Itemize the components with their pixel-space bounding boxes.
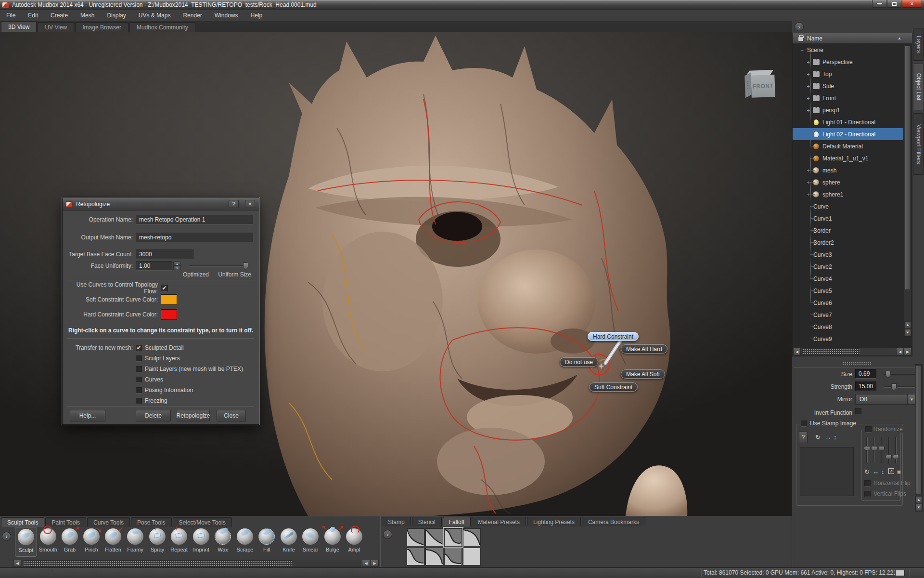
scrollbar-thumb[interactable] [916,365,922,494]
tool-sculpt[interactable]: Sculpt [15,527,37,557]
scroll-left-button[interactable]: ◀ [793,348,801,355]
flip-horizontal-icon[interactable]: ↔ [825,434,831,441]
expand-icon[interactable]: + [805,180,811,185]
slider-handle[interactable] [243,263,248,269]
scrollbar-thumb[interactable] [23,560,292,566]
tree-item-curve6[interactable]: Curve6 [793,297,903,309]
tree-item-light-02-selected[interactable]: Light 02 - Directional [793,128,903,140]
tree-item-curve9[interactable]: Curve9 [793,333,903,345]
panel-resize-grip[interactable] [843,361,872,365]
tab-lighting-presets[interactable]: Lighting Presets [527,517,581,526]
paint-layers-checkbox[interactable] [136,366,142,372]
scale-box-icon[interactable]: ↗ [888,468,894,474]
tab-3d-view[interactable]: 3D View [1,21,37,32]
tree-item-material-1-u1-v1[interactable]: Material_1_u1_v1 [793,152,903,164]
menu-mesh[interactable]: Mesh [74,10,101,21]
scroll-down-button[interactable]: ▼ [904,329,911,336]
square-icon[interactable]: ■ [897,468,901,475]
properties-scrollbar[interactable]: ▲ ▼ [915,364,923,512]
falloff-preset-4[interactable] [463,528,481,546]
randomize-slider-2[interactable] [873,437,875,463]
sort-up-icon[interactable]: ▲ [898,36,901,40]
tree-item-curve1[interactable]: Curve1 [793,212,903,224]
menu-display[interactable]: Display [101,10,132,21]
falloff-preset-7[interactable] [444,548,462,565]
side-tab-viewport-filters[interactable]: Viewport Filters [913,113,924,175]
tree-item-mesh[interactable]: +mesh [793,164,903,176]
tool-tray-expand-button[interactable]: › [2,532,11,541]
randomize-checkbox[interactable] [865,426,872,433]
randomize-slider-3[interactable] [881,437,882,463]
tree-item-sphere[interactable]: +sphere [793,176,903,188]
tree-item-side[interactable]: +Side [793,80,903,92]
tool-smear[interactable]: Smear [299,527,321,557]
tree-vertical-scrollbar[interactable]: ▲ ▼ [904,44,911,337]
restore-button[interactable] [887,0,901,8]
tree-item-border2[interactable]: Border2 [793,236,903,249]
randomize-slider-5[interactable] [895,437,897,463]
scroll-up-button[interactable]: ▲ [915,496,922,503]
menu-help[interactable]: Help [244,10,269,21]
tab-stamp[interactable]: Stamp [382,517,411,526]
tool-knife[interactable]: Knife [278,527,300,557]
falloff-preset-6[interactable] [425,548,443,565]
scrollbar-thumb[interactable] [802,348,860,355]
face-uniformity-slider[interactable] [189,265,247,267]
face-count-input[interactable] [136,250,193,259]
side-tab-object-list[interactable]: Object List [913,64,924,110]
tab-stencil[interactable]: Stencil [412,517,442,526]
scroll-right-button[interactable]: ▶ [371,560,379,567]
slider-handle[interactable] [886,371,891,378]
sculpted-detail-checkbox[interactable]: ✔ [136,345,142,351]
tree-item-curve4[interactable]: Curve4 [793,273,903,285]
falloff-preset-8[interactable] [463,548,481,565]
menu-edit[interactable]: Edit [22,10,44,21]
falloff-preset-1[interactable] [407,528,424,546]
freezing-checkbox[interactable] [136,398,142,404]
close-dialog-button[interactable]: Close [217,410,246,421]
mirror-dropdown[interactable]: Off ▼ [855,394,916,405]
retopologize-button[interactable]: Retopologize [177,410,210,421]
menu-uvs-maps[interactable]: UVs & Maps [132,10,177,21]
flip-vertical-icon[interactable]: ↕ [834,434,837,441]
scroll-left-button-2[interactable]: ◀ [896,348,904,355]
status-color-swatch[interactable] [895,570,905,576]
marking-menu-make-all-hard[interactable]: Make All Hard [621,344,667,354]
tree-item-light-01[interactable]: Light 01 - Directional [793,116,903,128]
size-input[interactable] [855,369,876,379]
strength-input[interactable] [855,381,876,391]
rotate-icon[interactable]: ↻ [864,468,870,475]
tree-item-curve8[interactable]: Curve8 [793,321,903,333]
tree-item-curve[interactable]: Curve [793,200,903,212]
falloff-preset-3-selected[interactable] [444,528,462,546]
tool-scrape[interactable]: Scrape [234,527,256,557]
scroll-left-button[interactable]: ◀ [13,560,21,567]
preset-tray-expand-button[interactable]: › [383,530,392,539]
spinner-up-icon[interactable]: ▲ [173,262,181,266]
tab-uv-view[interactable]: UV View [38,22,74,32]
tool-repeat[interactable]: ↑Repeat [168,527,190,557]
tree-header[interactable]: Name ▲ [793,33,912,44]
tab-select-move-tools[interactable]: Select/Move Tools [173,517,232,527]
dialog-close-button[interactable]: × [245,200,255,208]
marking-menu-hard-constraint[interactable]: Hard Constraint [588,332,639,341]
tab-mudbox-community[interactable]: Mudbox Community [129,22,195,32]
expand-icon[interactable]: + [805,59,811,65]
hard-constraint-color-swatch[interactable] [161,309,177,320]
tool-bulge[interactable]: ↖↗Bulge [321,527,344,557]
marking-menu-soft-constraint[interactable]: Soft Constraint [589,382,638,392]
stamp-preview[interactable] [800,447,854,496]
stamp-help-button[interactable]: ? [799,432,808,443]
expand-icon[interactable]: + [805,71,811,77]
side-tab-layers[interactable]: Layers [913,28,924,61]
face-uniformity-spinner[interactable]: ▲ ▼ [173,262,181,270]
falloff-preset-5[interactable] [407,548,424,565]
tab-camera-bookmarks[interactable]: Camera Bookmarks [582,517,645,526]
tool-imprint[interactable]: Imprint [190,527,212,557]
tree-item-sphere1[interactable]: +sphere1 [793,188,903,200]
tree-item-default-material[interactable]: Default Material [793,140,903,152]
tool-fill[interactable]: Fill [256,527,278,557]
tab-image-browser[interactable]: Image Browser [75,22,128,32]
menu-render[interactable]: Render [177,10,208,21]
v-arrows-icon[interactable]: ↕ [881,468,885,475]
